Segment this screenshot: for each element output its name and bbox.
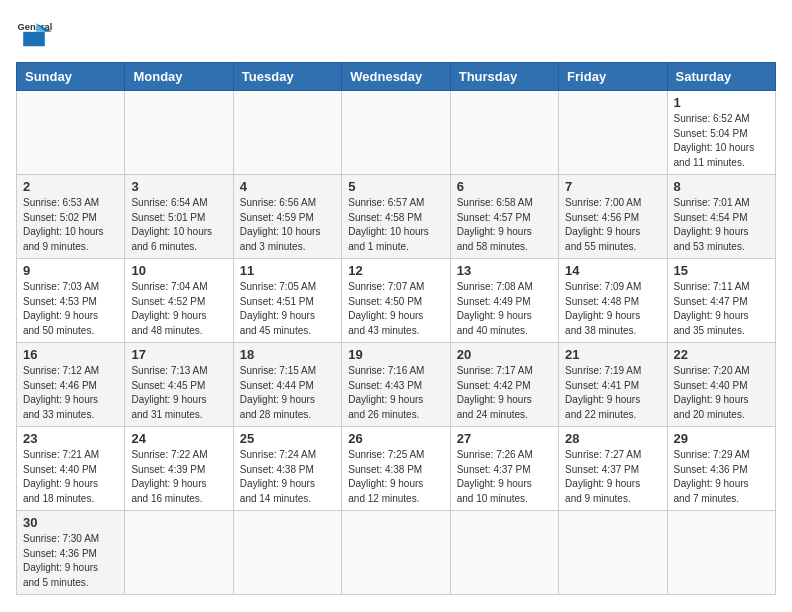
day-info-14: Sunrise: 7:09 AM Sunset: 4:48 PM Dayligh… <box>565 280 660 338</box>
calendar-cell-39 <box>450 511 558 595</box>
day-info-18: Sunrise: 7:15 AM Sunset: 4:44 PM Dayligh… <box>240 364 335 422</box>
day-info-26: Sunrise: 7:25 AM Sunset: 4:38 PM Dayligh… <box>348 448 443 506</box>
calendar-cell-33: 28Sunrise: 7:27 AM Sunset: 4:37 PM Dayli… <box>559 427 667 511</box>
day-number-26: 26 <box>348 431 443 446</box>
weekday-header-wednesday: Wednesday <box>342 63 450 91</box>
calendar-cell-23: 18Sunrise: 7:15 AM Sunset: 4:44 PM Dayli… <box>233 343 341 427</box>
calendar-cell-0 <box>17 91 125 175</box>
day-number-5: 5 <box>348 179 443 194</box>
day-number-23: 23 <box>23 431 118 446</box>
day-info-20: Sunrise: 7:17 AM Sunset: 4:42 PM Dayligh… <box>457 364 552 422</box>
calendar-row-0: 1Sunrise: 6:52 AM Sunset: 5:04 PM Daylig… <box>17 91 776 175</box>
day-info-6: Sunrise: 6:58 AM Sunset: 4:57 PM Dayligh… <box>457 196 552 254</box>
calendar-row-1: 2Sunrise: 6:53 AM Sunset: 5:02 PM Daylig… <box>17 175 776 259</box>
day-info-17: Sunrise: 7:13 AM Sunset: 4:45 PM Dayligh… <box>131 364 226 422</box>
day-info-4: Sunrise: 6:56 AM Sunset: 4:59 PM Dayligh… <box>240 196 335 254</box>
day-number-9: 9 <box>23 263 118 278</box>
day-number-27: 27 <box>457 431 552 446</box>
calendar-cell-4 <box>450 91 558 175</box>
day-number-10: 10 <box>131 263 226 278</box>
calendar-cell-21: 16Sunrise: 7:12 AM Sunset: 4:46 PM Dayli… <box>17 343 125 427</box>
day-number-29: 29 <box>674 431 769 446</box>
calendar-cell-24: 19Sunrise: 7:16 AM Sunset: 4:43 PM Dayli… <box>342 343 450 427</box>
svg-marker-1 <box>23 32 45 46</box>
day-info-9: Sunrise: 7:03 AM Sunset: 4:53 PM Dayligh… <box>23 280 118 338</box>
calendar-cell-8: 3Sunrise: 6:54 AM Sunset: 5:01 PM Daylig… <box>125 175 233 259</box>
day-number-18: 18 <box>240 347 335 362</box>
calendar-cell-1 <box>125 91 233 175</box>
day-info-13: Sunrise: 7:08 AM Sunset: 4:49 PM Dayligh… <box>457 280 552 338</box>
day-number-3: 3 <box>131 179 226 194</box>
day-info-22: Sunrise: 7:20 AM Sunset: 4:40 PM Dayligh… <box>674 364 769 422</box>
weekday-header-saturday: Saturday <box>667 63 775 91</box>
calendar-cell-37 <box>233 511 341 595</box>
calendar-cell-22: 17Sunrise: 7:13 AM Sunset: 4:45 PM Dayli… <box>125 343 233 427</box>
day-number-24: 24 <box>131 431 226 446</box>
calendar-cell-5 <box>559 91 667 175</box>
day-info-29: Sunrise: 7:29 AM Sunset: 4:36 PM Dayligh… <box>674 448 769 506</box>
calendar-cell-7: 2Sunrise: 6:53 AM Sunset: 5:02 PM Daylig… <box>17 175 125 259</box>
day-info-2: Sunrise: 6:53 AM Sunset: 5:02 PM Dayligh… <box>23 196 118 254</box>
day-number-7: 7 <box>565 179 660 194</box>
day-info-24: Sunrise: 7:22 AM Sunset: 4:39 PM Dayligh… <box>131 448 226 506</box>
calendar-cell-32: 27Sunrise: 7:26 AM Sunset: 4:37 PM Dayli… <box>450 427 558 511</box>
day-number-21: 21 <box>565 347 660 362</box>
day-number-11: 11 <box>240 263 335 278</box>
calendar-cell-16: 11Sunrise: 7:05 AM Sunset: 4:51 PM Dayli… <box>233 259 341 343</box>
calendar-cell-28: 23Sunrise: 7:21 AM Sunset: 4:40 PM Dayli… <box>17 427 125 511</box>
day-number-22: 22 <box>674 347 769 362</box>
day-info-10: Sunrise: 7:04 AM Sunset: 4:52 PM Dayligh… <box>131 280 226 338</box>
day-info-28: Sunrise: 7:27 AM Sunset: 4:37 PM Dayligh… <box>565 448 660 506</box>
day-info-12: Sunrise: 7:07 AM Sunset: 4:50 PM Dayligh… <box>348 280 443 338</box>
weekday-header-tuesday: Tuesday <box>233 63 341 91</box>
calendar-cell-25: 20Sunrise: 7:17 AM Sunset: 4:42 PM Dayli… <box>450 343 558 427</box>
day-number-20: 20 <box>457 347 552 362</box>
calendar-cell-30: 25Sunrise: 7:24 AM Sunset: 4:38 PM Dayli… <box>233 427 341 511</box>
day-info-25: Sunrise: 7:24 AM Sunset: 4:38 PM Dayligh… <box>240 448 335 506</box>
day-info-1: Sunrise: 6:52 AM Sunset: 5:04 PM Dayligh… <box>674 112 769 170</box>
day-number-6: 6 <box>457 179 552 194</box>
weekday-header-thursday: Thursday <box>450 63 558 91</box>
day-info-16: Sunrise: 7:12 AM Sunset: 4:46 PM Dayligh… <box>23 364 118 422</box>
calendar-table: SundayMondayTuesdayWednesdayThursdayFrid… <box>16 62 776 595</box>
day-info-11: Sunrise: 7:05 AM Sunset: 4:51 PM Dayligh… <box>240 280 335 338</box>
day-number-15: 15 <box>674 263 769 278</box>
calendar-cell-14: 9Sunrise: 7:03 AM Sunset: 4:53 PM Daylig… <box>17 259 125 343</box>
calendar-cell-12: 7Sunrise: 7:00 AM Sunset: 4:56 PM Daylig… <box>559 175 667 259</box>
calendar-cell-18: 13Sunrise: 7:08 AM Sunset: 4:49 PM Dayli… <box>450 259 558 343</box>
calendar-cell-26: 21Sunrise: 7:19 AM Sunset: 4:41 PM Dayli… <box>559 343 667 427</box>
day-info-21: Sunrise: 7:19 AM Sunset: 4:41 PM Dayligh… <box>565 364 660 422</box>
day-number-25: 25 <box>240 431 335 446</box>
logo: General <box>16 16 52 52</box>
calendar-cell-20: 15Sunrise: 7:11 AM Sunset: 4:47 PM Dayli… <box>667 259 775 343</box>
day-number-1: 1 <box>674 95 769 110</box>
page-header: General <box>16 16 776 52</box>
day-number-19: 19 <box>348 347 443 362</box>
calendar-cell-41 <box>667 511 775 595</box>
calendar-cell-11: 6Sunrise: 6:58 AM Sunset: 4:57 PM Daylig… <box>450 175 558 259</box>
day-number-2: 2 <box>23 179 118 194</box>
calendar-row-3: 16Sunrise: 7:12 AM Sunset: 4:46 PM Dayli… <box>17 343 776 427</box>
calendar-cell-10: 5Sunrise: 6:57 AM Sunset: 4:58 PM Daylig… <box>342 175 450 259</box>
calendar-cell-9: 4Sunrise: 6:56 AM Sunset: 4:59 PM Daylig… <box>233 175 341 259</box>
calendar-cell-36 <box>125 511 233 595</box>
calendar-row-4: 23Sunrise: 7:21 AM Sunset: 4:40 PM Dayli… <box>17 427 776 511</box>
calendar-cell-6: 1Sunrise: 6:52 AM Sunset: 5:04 PM Daylig… <box>667 91 775 175</box>
calendar-cell-15: 10Sunrise: 7:04 AM Sunset: 4:52 PM Dayli… <box>125 259 233 343</box>
calendar-cell-2 <box>233 91 341 175</box>
calendar-cell-3 <box>342 91 450 175</box>
calendar-cell-38 <box>342 511 450 595</box>
day-info-7: Sunrise: 7:00 AM Sunset: 4:56 PM Dayligh… <box>565 196 660 254</box>
day-number-28: 28 <box>565 431 660 446</box>
calendar-cell-34: 29Sunrise: 7:29 AM Sunset: 4:36 PM Dayli… <box>667 427 775 511</box>
weekday-header-friday: Friday <box>559 63 667 91</box>
day-info-8: Sunrise: 7:01 AM Sunset: 4:54 PM Dayligh… <box>674 196 769 254</box>
day-number-16: 16 <box>23 347 118 362</box>
day-number-8: 8 <box>674 179 769 194</box>
generalblue-logo-icon: General <box>16 16 52 52</box>
day-number-17: 17 <box>131 347 226 362</box>
calendar-cell-13: 8Sunrise: 7:01 AM Sunset: 4:54 PM Daylig… <box>667 175 775 259</box>
calendar-cell-27: 22Sunrise: 7:20 AM Sunset: 4:40 PM Dayli… <box>667 343 775 427</box>
calendar-cell-35: 30Sunrise: 7:30 AM Sunset: 4:36 PM Dayli… <box>17 511 125 595</box>
calendar-row-5: 30Sunrise: 7:30 AM Sunset: 4:36 PM Dayli… <box>17 511 776 595</box>
